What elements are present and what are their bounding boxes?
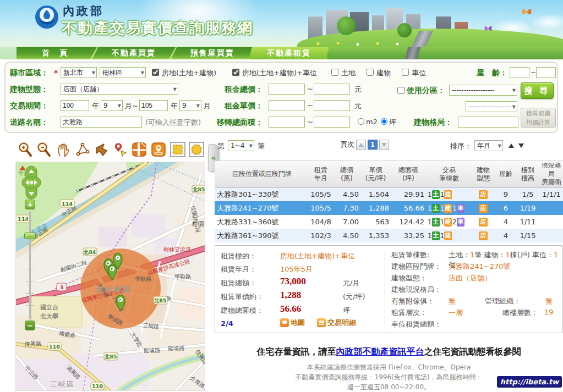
record-detail-box: 租賃標的： 房地(土地+建物)+車位 租賃年月： 105年5月 租賃總額： 73… [215,245,563,333]
detail-btype-value: 店面（店舖） [449,273,491,283]
pan-hand-icon[interactable] [54,140,72,159]
marker-map-mode-icon[interactable] [150,140,167,159]
zoning-checkbox[interactable] [397,87,405,94]
area-to-input[interactable] [314,117,350,128]
results-panel: 第 1~4 筆 頁次 1 排序： 年月 區段位置或區段門牌 租賃年月 總價(萬)… [215,136,563,392]
zoning-select-1[interactable]: ------------------ [449,85,517,96]
rent-unit-to-input[interactable] [314,100,350,111]
page-up-button[interactable] [356,140,366,150]
zoning-select-2[interactable]: ------------------ [466,101,517,112]
sort-label: 排序： [450,141,472,151]
pin-select-icon[interactable] [112,140,129,159]
zoom-in-tool-icon[interactable] [17,140,34,159]
type-house-land-car-checkbox[interactable] [232,69,239,76]
svg-text:學勤路: 學勤路 [174,274,191,280]
area-from-input[interactable] [269,117,305,128]
period-to-year-input[interactable] [139,100,168,111]
search-button[interactable]: 搜 尋 [521,82,554,99]
zoom-tick [26,293,34,294]
rent-total-from-input[interactable] [269,84,305,95]
tab-real-estate-sale[interactable]: 不動產買賣 [95,47,172,59]
road-map-mode-icon[interactable] [131,140,149,159]
map-zoom-slider-handle[interactable]: — [24,233,36,239]
table-row-selected[interactable]: 大雅路241~270號105/5 7.301,288 56.66 1土1建1車 … [215,201,563,215]
transaction-detail-link[interactable]: 交易明細 [317,318,356,328]
district-select[interactable]: 樹林區 [100,67,146,78]
road-label: 道路名稱： [10,118,48,128]
page: 內政部 不動產交易實價查詢服務網 首 頁 不動產買賣 預售屋買賣 不動產租賃 縣… [0,0,563,392]
rent-ym-value: 105年5月 [280,264,313,274]
type-land-checkbox[interactable] [331,69,338,76]
road-input[interactable] [61,117,142,128]
layout-label: 建物格局： [414,118,452,128]
sort-select[interactable]: 年月 [474,140,503,151]
zoom-tick [26,220,34,220]
zoom-tick [26,269,34,269]
county-select[interactable]: 新北市 [61,67,97,78]
sort-desc-button[interactable] [518,143,524,148]
detail-layout-label: 建物現況格局： [391,285,441,295]
svg-text:北85: 北85 [192,186,205,192]
period-from-year-input[interactable] [61,100,89,111]
layout-input[interactable] [458,117,518,128]
map-link[interactable]: 地圖 [280,318,305,328]
table-row[interactable]: 大雅路301~330號105/5 4.501,504 29.91 1土1建 店 … [215,187,563,201]
unit-m2-label: m2 [366,118,378,126]
detail-addr-value: 大雅路241~270號 [449,262,511,272]
table-header-row: 區段位置或區段門牌 租賃年月 總價(萬) 單價(元/坪) 總面積(坪) 交易筆棟… [215,161,563,187]
tab-presale-sale[interactable]: 預售屋買賣 [174,47,251,59]
month-suffix: 月 [204,101,211,111]
type-building-label: 建物 [376,68,391,78]
unit-m2-radio[interactable] [358,118,364,125]
table-row[interactable]: 大雅路331~360號104/8 7.00563 124.42 1土1建2車 店… [215,215,563,229]
table-row[interactable]: 大雅路361~390號102/3 4.501,353 33.25 1土1建 店 … [215,229,563,242]
age-from-input[interactable] [510,67,529,78]
building-type-select[interactable]: 店面（店舖） [61,84,178,95]
browser-notice: 本系統建議最佳瀏覽器採用 FireFox、Chrome、Opera [215,363,563,372]
col-floor: 樓別樓高 [516,161,540,187]
type-house-land-checkbox[interactable] [152,69,159,76]
record-range-select[interactable]: 1~4 [228,140,254,151]
map-zoom-out-button[interactable]: − [25,321,35,330]
map-zoom-slider-track[interactable] [29,212,31,319]
col-unit-price: 單價(元/坪) [362,161,392,187]
circle-range-icon[interactable] [188,140,205,159]
tab-real-estate-rent[interactable]: 不動產租賃 [249,47,329,59]
period-from-month-select[interactable]: 9 [101,100,123,111]
tree-decor [337,16,356,35]
map-pan-control[interactable] [21,165,41,200]
count-suffix: 筆 [258,141,265,151]
type-car-checkbox[interactable] [402,69,409,76]
mgmt-label: 管理組織： [485,296,521,306]
rect-range-icon[interactable] [169,140,187,159]
building-badge: 建 [444,190,452,199]
polygon-measure-icon[interactable] [74,140,91,159]
col-age: 屋齡 [496,161,516,187]
zoom-tick [26,257,34,257]
ministry-logo[interactable] [34,4,59,30]
rent-total-value: 73,000 [280,276,306,287]
shop-badge: 店 [479,231,488,240]
building-badge: 建 [444,231,452,240]
age-to-input[interactable] [536,67,556,78]
tab-home[interactable]: 首 頁 [17,47,94,59]
sort-asc-button[interactable] [509,143,514,148]
rent-unit-from-input[interactable] [269,100,305,111]
period-to-month-select[interactable]: 9 [179,100,201,111]
area-select-arrow-icon[interactable] [92,140,110,159]
car-badge: 車 [457,204,464,213]
county-label: 縣市區域： [10,68,48,78]
unit-ping-radio[interactable] [381,118,387,125]
mgmt-value: 無 [545,296,553,306]
map-zoom-in-button[interactable]: + [25,200,35,209]
real-estate-platform-link[interactable]: 內政部不動產資訊平台 [336,346,424,357]
current-page: 1 [368,140,378,150]
rent-total-to-input[interactable] [314,84,350,95]
type-building-checkbox[interactable] [367,69,374,76]
map-canvas[interactable]: 牛灶山 中正路 中正路 大漢溪 佳園路二段 柑園 柑園街二段 樹林交流道 福爾摩… [15,162,205,391]
page-down-button[interactable] [379,140,389,150]
zoom-tick [26,281,34,281]
range-average-button[interactable]: 搜尋範圍均價計算 [521,108,556,128]
watermark: http://ibeta.tw [497,376,562,388]
zoom-out-tool-icon[interactable] [36,140,53,159]
